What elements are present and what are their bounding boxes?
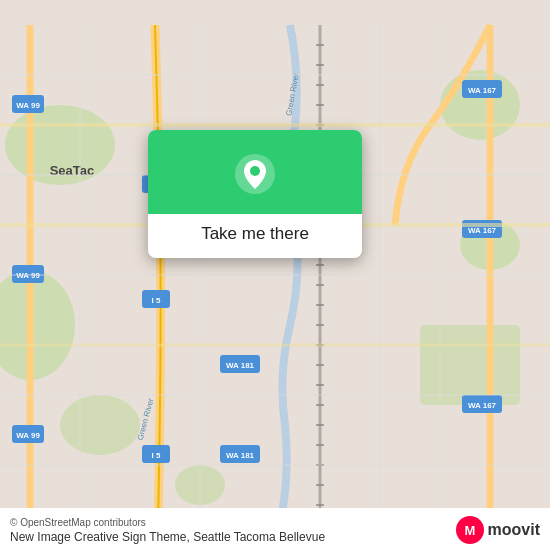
popup-header [148, 130, 362, 214]
popup-card: Take me there [148, 130, 362, 258]
bottom-bar: © OpenStreetMap contributors New Image C… [0, 508, 550, 550]
take-me-there-button[interactable]: Take me there [201, 224, 309, 244]
map-container: WA 99 WA 99 WA 99 I 5 I 5 I 5 WA 167 WA … [0, 0, 550, 550]
svg-rect-5 [420, 325, 520, 405]
svg-text:WA 167: WA 167 [468, 401, 497, 410]
moovit-text: moovit [488, 521, 540, 539]
svg-text:WA 181: WA 181 [226, 451, 255, 460]
svg-point-6 [60, 395, 140, 455]
moovit-logo: M moovit [456, 516, 540, 544]
svg-text:WA 167: WA 167 [468, 86, 497, 95]
svg-text:WA 181: WA 181 [226, 361, 255, 370]
svg-text:WA 167: WA 167 [468, 226, 497, 235]
svg-text:I 5: I 5 [152, 451, 161, 460]
svg-text:WA 99: WA 99 [16, 101, 40, 110]
location-pin-icon [233, 152, 277, 196]
osm-attribution: © OpenStreetMap contributors [10, 517, 325, 528]
svg-point-73 [250, 166, 260, 176]
svg-text:I 5: I 5 [152, 296, 161, 305]
location-title: New Image Creative Sign Theme, Seattle T… [10, 530, 325, 544]
popup-body: Take me there [185, 214, 325, 258]
moovit-icon: M [456, 516, 484, 544]
svg-text:M: M [464, 523, 475, 538]
svg-text:WA 99: WA 99 [16, 431, 40, 440]
bottom-left: © OpenStreetMap contributors New Image C… [10, 517, 325, 544]
